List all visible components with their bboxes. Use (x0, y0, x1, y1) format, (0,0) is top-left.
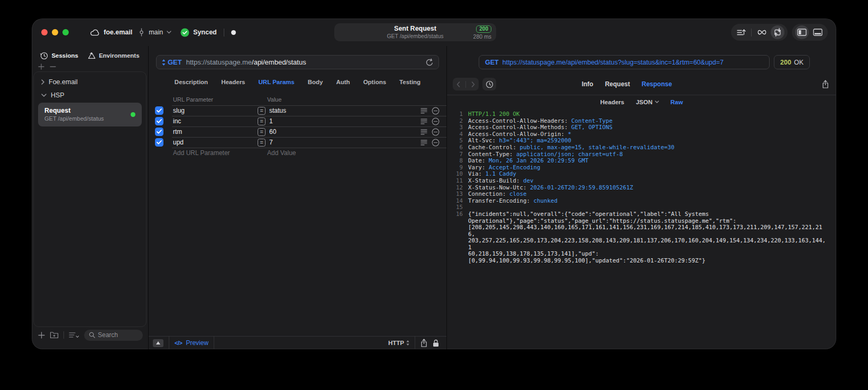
param-row: inc = 1 (149, 116, 446, 126)
request-tab-auth[interactable]: Auth (336, 79, 350, 85)
param-options-icon[interactable] (421, 119, 427, 124)
response-subtab-json[interactable]: JSON (636, 99, 659, 105)
session-status-pill[interactable]: Sent Request GET /api/embed/status 200 2… (334, 23, 496, 41)
subtab-label: Raw (671, 99, 683, 105)
response-tab-info[interactable]: Info (582, 80, 593, 88)
forward-icon[interactable] (471, 81, 475, 87)
chevron-down-icon[interactable] (167, 31, 171, 34)
toolbar-actions (731, 24, 828, 41)
sidebar-add-remove (32, 62, 148, 71)
request-list-item[interactable]: Request GET /api/embed/status (38, 103, 142, 126)
param-value-input[interactable]: 1 (269, 117, 273, 125)
request-success-dot (131, 112, 135, 117)
share-icon[interactable] (421, 339, 427, 347)
response-subtab-raw[interactable]: Raw (671, 99, 683, 105)
param-row: slug = status (149, 105, 446, 116)
remove-param-icon[interactable] (432, 117, 440, 125)
response-tabs: InfoRequestResponse (582, 80, 672, 88)
param-options-icon[interactable] (421, 140, 427, 146)
param-row: upd = 7 (149, 137, 446, 148)
toggle-left-panel-icon[interactable] (795, 25, 809, 39)
param-options-icon[interactable] (421, 129, 427, 135)
request-url-bar[interactable]: GET https://statuspage.me/api/embed/stat… (156, 55, 439, 69)
lock-icon[interactable] (433, 339, 439, 347)
param-value-input[interactable]: status (269, 107, 286, 114)
sort-options-icon[interactable] (69, 332, 79, 338)
response-tab-response[interactable]: Response (642, 80, 672, 88)
add-request-icon[interactable] (38, 332, 45, 339)
remove-icon[interactable] (50, 64, 56, 70)
chevron-right-icon[interactable] (41, 79, 44, 85)
request-url[interactable]: https://statuspage.me/api/embed/status (186, 58, 306, 66)
method-stepper-icon[interactable] (162, 59, 166, 66)
remove-param-icon[interactable] (432, 107, 440, 115)
response-tab-request[interactable]: Request (605, 80, 630, 88)
response-subtab-headers[interactable]: Headers (600, 99, 624, 105)
session-title: Sent Request (334, 25, 496, 33)
resend-request-icon[interactable] (426, 58, 433, 66)
cloud-icon (90, 29, 100, 36)
tree-item-hsp[interactable]: HSP (37, 88, 143, 102)
toolbar-group-layout (792, 24, 828, 41)
toggle-bottom-panel-icon[interactable] (811, 25, 825, 39)
request-tab-headers[interactable]: Headers (221, 79, 245, 85)
add-param-value[interactable]: Add Value (267, 149, 296, 157)
response-line: 16{"incidents":null,"overall":{"code":"o… (451, 211, 829, 218)
param-name-input[interactable]: rtm (173, 128, 258, 135)
request-tab-options[interactable]: Options (363, 79, 386, 85)
add-folder-icon[interactable] (50, 331, 59, 339)
chevron-down-icon[interactable] (41, 94, 47, 97)
params-column-name: URL Parameter (173, 96, 267, 105)
sidebar-tab-environments[interactable]: Environments (88, 52, 140, 59)
remove-param-icon[interactable] (432, 139, 440, 147)
param-value-input[interactable]: 60 (269, 128, 276, 135)
history-clock-icon[interactable] (482, 78, 496, 90)
code-preview-button[interactable]: </> Preview (175, 339, 208, 347)
export-response-icon[interactable] (822, 80, 829, 88)
sidebar-search[interactable] (84, 330, 143, 341)
param-options-icon[interactable] (421, 108, 427, 114)
sidebar-tab-label: Environments (99, 52, 140, 59)
param-value-input[interactable]: 7 (269, 139, 273, 146)
tree-item-foe-email[interactable]: Foe.email (37, 75, 143, 88)
param-enabled-checkbox[interactable] (155, 138, 163, 147)
flow-arrows-icon[interactable] (755, 25, 769, 39)
add-icon[interactable] (38, 64, 44, 70)
sent-request-method: GET (485, 59, 499, 66)
sent-request-url-box[interactable]: GET https://statuspage.me/api/embed/stat… (479, 55, 770, 69)
send-receive-icon[interactable] (771, 25, 784, 39)
session-subtitle: GET /api/embed/status (334, 33, 496, 40)
history-nav-buttons (453, 78, 479, 90)
project-name[interactable]: foe.email (104, 29, 132, 36)
param-name-input[interactable]: inc (173, 117, 258, 125)
request-method[interactable]: GET (168, 58, 182, 66)
sync-status[interactable]: Synced (193, 29, 216, 36)
status-code-badge: 200 (476, 25, 491, 33)
param-enabled-checkbox[interactable] (155, 128, 163, 136)
param-enabled-checkbox[interactable] (155, 106, 163, 115)
toolbar-group-requests (731, 24, 788, 41)
request-tab-description[interactable]: Description (175, 79, 208, 85)
search-input[interactable] (98, 331, 138, 339)
export-list-icon[interactable] (734, 25, 748, 39)
zoom-window-button[interactable] (62, 29, 69, 35)
response-raw-body[interactable]: 1HTTP/1.1 200 OK2Access-Control-Allow-He… (447, 108, 836, 265)
add-param-row[interactable]: Add URL Parameter Add Value (149, 148, 446, 158)
request-pane: GET https://statuspage.me/api/embed/stat… (149, 46, 447, 349)
param-name-input[interactable]: upd (173, 139, 258, 146)
sessions-list: Foe.email HSP Request GET /api/embed/sta… (33, 71, 147, 327)
expand-panel-button[interactable] (153, 339, 163, 347)
param-enabled-checkbox[interactable] (155, 117, 163, 125)
branch-name[interactable]: main (149, 29, 163, 36)
back-icon[interactable] (456, 81, 460, 87)
param-name-input[interactable]: slug (173, 107, 258, 114)
request-tab-url-params[interactable]: URL Params (259, 79, 295, 85)
request-tab-testing[interactable]: Testing (399, 79, 421, 85)
protocol-select[interactable]: HTTP (388, 340, 409, 346)
request-tab-body[interactable]: Body (308, 79, 323, 85)
close-window-button[interactable] (41, 29, 48, 35)
remove-param-icon[interactable] (432, 128, 440, 136)
add-param-name[interactable]: Add URL Parameter (173, 149, 267, 157)
sidebar-tab-sessions[interactable]: Sessions (40, 52, 78, 60)
minimize-window-button[interactable] (52, 29, 58, 35)
